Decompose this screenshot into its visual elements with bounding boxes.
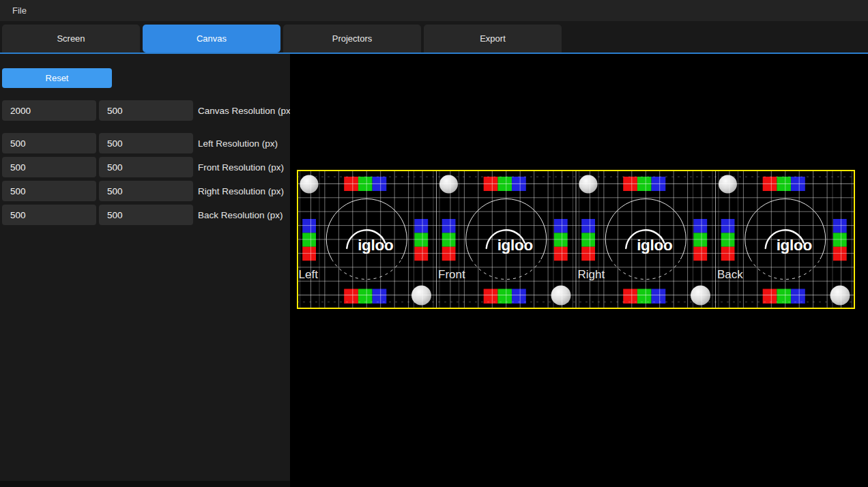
tab-screen[interactable]: Screen — [2, 25, 140, 53]
tab-canvas[interactable]: Canvas — [143, 25, 280, 53]
menu-file[interactable]: File — [0, 0, 39, 21]
igloo-logo: igloo — [626, 230, 672, 254]
pattern-section-left: iglooLeft — [299, 175, 432, 306]
resolution-row-label: Canvas Resolution (px) — [198, 106, 293, 116]
back-resolution-height-input[interactable] — [99, 205, 193, 225]
tab-export[interactable]: Export — [424, 25, 562, 53]
section-label: Right — [578, 268, 605, 281]
sphere-marker — [579, 175, 598, 194]
sidebar-panel: Reset Canvas Resolution (px)Left Resolut… — [0, 54, 290, 481]
resolution-row-front: Front Resolution (px) — [2, 157, 290, 177]
resolution-row-label: Front Resolution (px) — [198, 162, 284, 173]
pattern-section-back: iglooBack — [717, 175, 850, 306]
reset-button[interactable]: Reset — [2, 68, 112, 88]
left-resolution-height-input[interactable] — [99, 133, 193, 153]
sphere-marker — [439, 175, 458, 194]
pattern-section-front: iglooFront — [438, 175, 571, 306]
resolution-row-left: Left Resolution (px) — [2, 133, 290, 153]
left-resolution-width-input[interactable] — [2, 133, 96, 153]
canvas-test-pattern: iglooLeftiglooFrontiglooRightiglooBack — [297, 170, 855, 309]
section-label: Front — [438, 268, 465, 281]
rgb-bar-horizontal — [344, 289, 386, 304]
canvas-viewport: iglooLeftiglooFrontiglooRightiglooBack — [290, 54, 868, 487]
resolution-row-label: Right Resolution (px) — [198, 186, 284, 196]
right-resolution-height-input[interactable] — [99, 181, 193, 201]
canvas-resolution-width-input[interactable] — [2, 100, 96, 121]
resolution-row-label: Left Resolution (px) — [198, 138, 278, 149]
tab-projectors[interactable]: Projectors — [283, 25, 421, 53]
canvas-resolution-height-input[interactable] — [99, 100, 193, 121]
rgb-bar-horizontal — [484, 289, 526, 304]
tab-bar: ScreenCanvasProjectorsExport — [0, 21, 868, 54]
rgb-bar-horizontal — [623, 289, 665, 304]
section-label: Back — [717, 268, 743, 281]
grid-lines — [297, 170, 855, 309]
front-resolution-width-input[interactable] — [2, 157, 96, 177]
section-label: Left — [299, 268, 319, 281]
igloo-logo: igloo — [487, 230, 533, 254]
right-resolution-width-input[interactable] — [2, 181, 96, 201]
sphere-marker — [300, 175, 319, 194]
resolution-rows: Canvas Resolution (px)Left Resolution (p… — [0, 100, 290, 225]
resolution-row-canvas: Canvas Resolution (px) — [2, 100, 290, 121]
back-resolution-width-input[interactable] — [2, 205, 96, 225]
igloo-logo: igloo — [766, 230, 812, 254]
menu-bar: File — [0, 0, 868, 21]
pattern-section-right: iglooRight — [578, 175, 711, 306]
resolution-row-label: Back Resolution (px) — [198, 210, 283, 220]
igloo-logo: igloo — [347, 230, 393, 254]
rgb-bar-horizontal — [763, 289, 805, 304]
resolution-row-back: Back Resolution (px) — [2, 205, 290, 225]
resolution-row-right: Right Resolution (px) — [2, 181, 290, 201]
sphere-marker — [719, 175, 737, 194]
sidebar-footer — [0, 481, 290, 487]
front-resolution-height-input[interactable] — [99, 157, 193, 177]
